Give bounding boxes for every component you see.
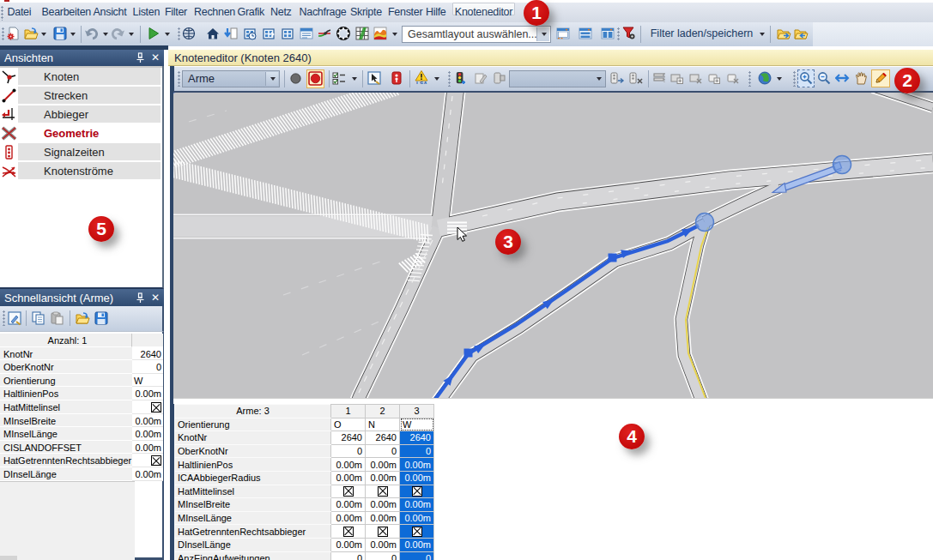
svg-text:LSA: LSA <box>416 81 427 84</box>
